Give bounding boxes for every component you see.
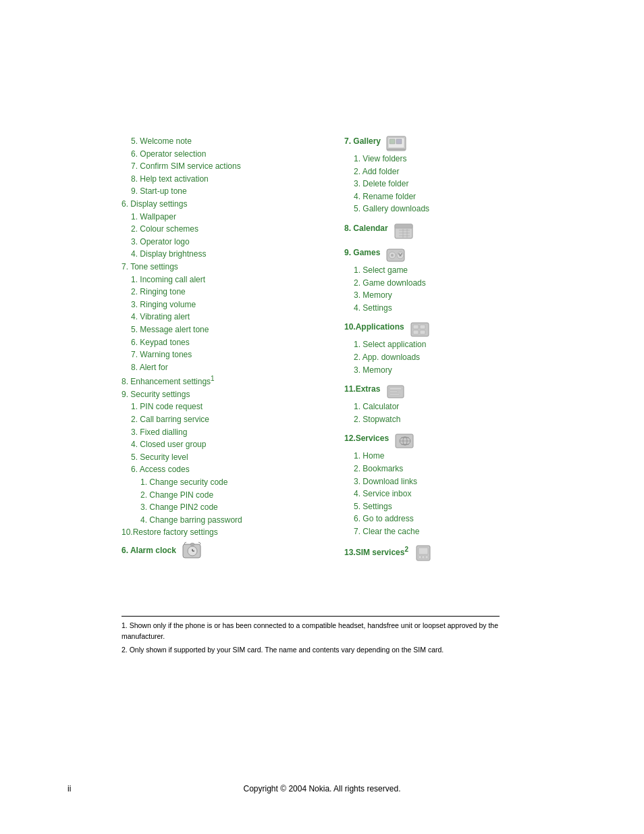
list-item: 2. Ringing tone (122, 286, 324, 298)
svg-point-20 (391, 254, 394, 257)
list-item: 7. Warning tones (122, 348, 324, 361)
left-column: 5. Welcome note 6. Operator selection 7.… (122, 135, 324, 561)
list-item: 2. Colour schemes (122, 223, 324, 236)
list-item: 2. Add folder (344, 165, 520, 178)
svg-rect-8 (390, 139, 395, 144)
alarm-row: 6. Alarm clock (122, 542, 324, 561)
list-item: 5. Message alert tone (122, 323, 324, 336)
list-item: 2. Change PIN code (122, 489, 324, 502)
list-item: 8. Help text activation (122, 173, 324, 186)
games-header-row: 9. Games (344, 246, 520, 264)
apps-header: 10.Applications (344, 321, 404, 334)
list-item: 1. Select application (344, 338, 520, 351)
calendar-header: 8. Calendar (344, 222, 388, 236)
gallery-header: 7. Gallery (344, 135, 381, 149)
list-item: 1. Calculator (344, 400, 520, 413)
svg-point-23 (401, 253, 402, 255)
list-item: 4. Vibrating alert (122, 311, 324, 323)
list-item: 2. App. downloads (344, 351, 520, 364)
svg-rect-26 (413, 325, 419, 329)
list-item: 6. Go to address (344, 513, 520, 525)
list-item: 10.Restore factory settings (122, 526, 324, 539)
list-item: 2. Call barring service (122, 413, 324, 426)
apps-section: 10.Applications 1. Select application 2.… (344, 321, 520, 376)
gallery-section: 7. Gallery 1. View folders 2. Add folder… (344, 135, 520, 215)
footnote-1: 1. Shown only if the phone is or has bee… (122, 621, 500, 642)
list-item: 9. Security settings (122, 388, 324, 401)
list-item: 1. PIN code request (122, 400, 324, 413)
list-item: 3. Fixed dialling (122, 426, 324, 439)
list-item: 4. Display brightness (122, 248, 324, 261)
extras-section: 11.Extras 1. Calculator 2. Stopwatch (344, 383, 520, 425)
sim-header-row: 13.SIM services2 (344, 544, 520, 562)
svg-rect-33 (390, 394, 400, 395)
footer-copyright: Copyright © 2004 Nokia. All rights reser… (0, 784, 644, 793)
list-item: 5. Security level (122, 451, 324, 464)
svg-rect-11 (395, 224, 412, 228)
svg-rect-7 (387, 149, 405, 150)
svg-point-4 (190, 543, 194, 546)
svg-rect-44 (425, 556, 428, 558)
list-item: 2. Bookmarks (344, 463, 520, 475)
svg-rect-29 (420, 330, 425, 334)
svg-rect-42 (419, 556, 421, 558)
list-item: 9. Start-up tone (122, 185, 324, 198)
svg-point-24 (400, 255, 401, 256)
calendar-header-row: 8. Calendar (344, 222, 520, 240)
list-item: 1. View folders (344, 153, 520, 165)
svg-rect-28 (413, 330, 419, 334)
list-item: 4. Rename folder (344, 190, 520, 203)
services-section: 12.Services 1. Home 2. Bookmarks 3. Down… (344, 432, 520, 538)
apps-icon (410, 321, 431, 338)
list-item: 2. Game downloads (344, 277, 520, 290)
right-column: 7. Gallery 1. View folders 2. Add folder… (344, 135, 520, 569)
sim-header: 13.SIM services2 (344, 544, 408, 560)
svg-rect-32 (390, 391, 398, 392)
alarm-clock-icon (182, 542, 203, 561)
svg-rect-27 (420, 325, 425, 329)
gallery-header-row: 7. Gallery (344, 135, 520, 153)
games-section: 9. Games 1. Select game (344, 246, 520, 314)
extras-header-row: 11.Extras (344, 383, 520, 400)
footnotes-area: 1. Shown only if the phone is or has bee… (122, 616, 500, 655)
list-item: 4. Change barring password (122, 514, 324, 527)
list-item: 6. Display settings (122, 198, 324, 211)
list-item: 6. Operator selection (122, 148, 324, 161)
services-header: 12.Services (344, 432, 389, 446)
games-header: 9. Games (344, 246, 380, 260)
list-item: 1. Select game (344, 264, 520, 277)
list-item: 3. Change PIN2 code (122, 501, 324, 514)
list-item: 5. Welcome note (122, 135, 324, 148)
svg-rect-9 (396, 139, 402, 144)
list-item: 8. Enhancement settings1 (122, 373, 324, 388)
list-item: 3. Download links (344, 475, 520, 488)
list-item: 5. Settings (344, 500, 520, 513)
services-icon (394, 432, 416, 450)
list-item: 6. Access codes (122, 463, 324, 476)
list-item: 1. Change security code (122, 476, 324, 489)
list-item: 7. Confirm SIM service actions (122, 160, 324, 173)
alarm-clock-label: 6. Alarm clock (122, 544, 176, 558)
extras-icon (385, 383, 407, 400)
list-item: 7. Tone settings (122, 261, 324, 273)
calendar-icon (394, 222, 415, 240)
list-item: 4. Service inbox (344, 488, 520, 500)
apps-header-row: 10.Applications (344, 321, 520, 338)
list-item: 7. Clear the cache (344, 525, 520, 538)
list-item: 3. Delete folder (344, 178, 520, 190)
list-item: 8. Alert for (122, 361, 324, 374)
services-header-row: 12.Services (344, 432, 520, 450)
gallery-icon (386, 135, 408, 153)
list-item: 3. Operator logo (122, 236, 324, 249)
list-item: 2. Stopwatch (344, 413, 520, 426)
list-item: 1. Home (344, 450, 520, 463)
page: 5. Welcome note 6. Operator selection 7.… (0, 0, 644, 834)
sim-section: 13.SIM services2 (344, 544, 520, 562)
svg-rect-41 (419, 548, 428, 554)
list-item: 4. Settings (344, 302, 520, 315)
svg-rect-43 (422, 556, 425, 558)
content-area: 5. Welcome note 6. Operator selection 7.… (0, 0, 644, 596)
list-item: 3. Memory (344, 364, 520, 377)
svg-point-22 (398, 253, 400, 255)
list-item: 5. Gallery downloads (344, 203, 520, 215)
